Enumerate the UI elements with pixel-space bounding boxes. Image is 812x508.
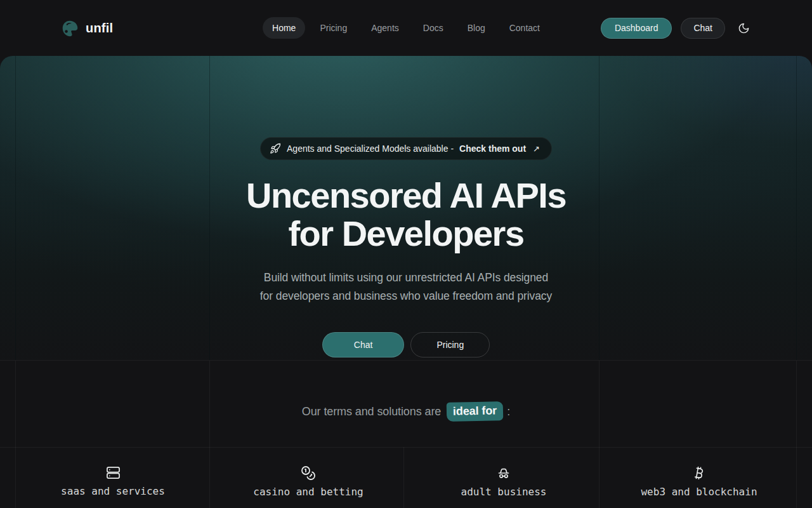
features-row: saas and services casino and betting (0, 447, 812, 508)
nav-item-home[interactable]: Home (263, 17, 305, 39)
badge-text: Agents and Specialized Models available … (287, 144, 454, 154)
feature-web3: web3 and blockchain (601, 447, 797, 508)
bitcoin-icon (691, 465, 707, 481)
theme-toggle-button[interactable] (734, 18, 754, 38)
nav-item-pricing[interactable]: Pricing (310, 17, 357, 39)
hero-title-line2: for Developers (246, 215, 566, 253)
hero-subtitle-line1: Build without limits using our unrestric… (260, 269, 552, 287)
feature-saas: saas and services (15, 447, 211, 508)
ideal-prefix: Our terms and solutions are (302, 405, 441, 418)
top-nav: unfil Home Pricing Agents Docs Blog Cont… (0, 0, 812, 56)
brand-name: unfil (86, 21, 113, 36)
announcement-badge[interactable]: Agents and Specialized Models available … (260, 137, 552, 160)
hero-title: Uncensored AI APIs for Developers (246, 177, 566, 253)
feature-label: web3 and blockchain (641, 486, 757, 498)
badge-cta: Check them out (459, 144, 526, 154)
hero-subtitle-line2: for developers and business who value fr… (260, 287, 552, 305)
hero-title-line1: Uncensored AI APIs (246, 177, 566, 215)
pricing-cta-button[interactable]: Pricing (410, 332, 490, 358)
dashboard-button[interactable]: Dashboard (601, 18, 672, 39)
feature-casino: casino and betting (211, 447, 406, 508)
feature-label: casino and betting (253, 486, 363, 498)
hero-subtitle: Build without limits using our unrestric… (260, 269, 552, 305)
moon-icon (738, 22, 750, 34)
main-menu: Home Pricing Agents Docs Blog Contact (263, 17, 549, 39)
chat-nav-button[interactable]: Chat (681, 18, 725, 39)
hero-cta-row: Chat Pricing (322, 332, 490, 358)
ideal-highlight: ideal for (447, 401, 504, 422)
incognito-icon (495, 465, 512, 481)
rocket-icon (270, 143, 281, 154)
feature-label: saas and services (61, 485, 165, 497)
coins-icon (301, 465, 316, 481)
feature-label: adult business (461, 486, 547, 498)
chat-cta-button[interactable]: Chat (322, 332, 405, 358)
arrow-up-right-icon: ↗ (533, 144, 540, 154)
landing-page: unfil Home Pricing Agents Docs Blog Cont… (0, 0, 812, 508)
feature-adult: adult business (406, 447, 601, 508)
hero-section: Agents and Specialized Models available … (0, 56, 812, 360)
nav-item-contact[interactable]: Contact (500, 17, 549, 39)
nav-item-blog[interactable]: Blog (458, 17, 495, 39)
grid-line (403, 447, 404, 508)
lower-section: Our terms and solutions are ideal for : … (0, 360, 812, 508)
brand-logo[interactable]: unfil (61, 19, 113, 37)
server-icon (106, 465, 121, 480)
nav-item-docs[interactable]: Docs (414, 17, 453, 39)
unfil-logo-icon (61, 19, 79, 37)
nav-item-agents[interactable]: Agents (362, 17, 409, 39)
nav-actions: Dashboard Chat (601, 18, 754, 39)
ideal-for-band: Our terms and solutions are ideal for : (0, 361, 812, 447)
ideal-suffix: : (507, 405, 510, 418)
